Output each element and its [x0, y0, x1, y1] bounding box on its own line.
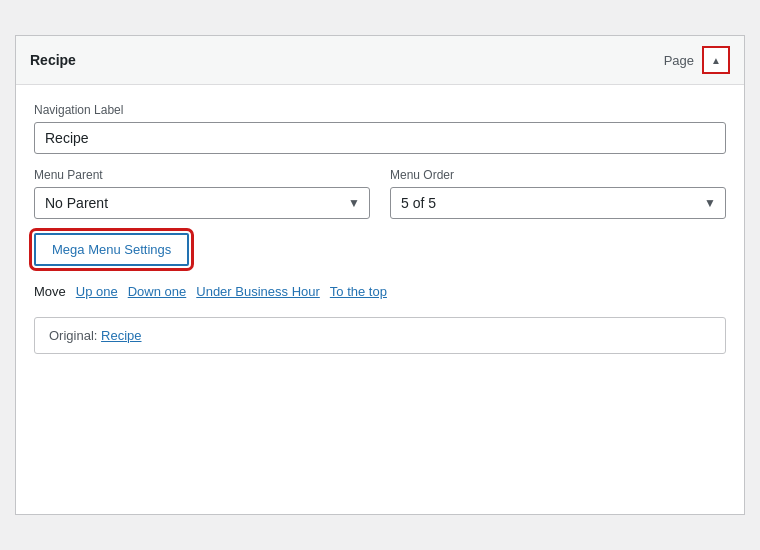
- nav-label-group: Navigation Label: [34, 103, 726, 154]
- panel-title: Recipe: [30, 52, 76, 68]
- mega-menu-settings-button[interactable]: Mega Menu Settings: [34, 233, 189, 266]
- panel-header-right: Page ▲: [664, 46, 730, 74]
- nav-label-field-label: Navigation Label: [34, 103, 726, 117]
- move-under-business-hour-link[interactable]: Under Business Hour: [196, 284, 320, 299]
- toggle-button[interactable]: ▲: [702, 46, 730, 74]
- menu-parent-col: Menu Parent No Parent Home About Service…: [34, 168, 370, 219]
- toggle-icon: ▲: [711, 55, 721, 66]
- menu-order-label: Menu Order: [390, 168, 726, 182]
- original-label: Original:: [49, 328, 97, 343]
- move-up-one-link[interactable]: Up one: [76, 284, 118, 299]
- menu-parent-select[interactable]: No Parent Home About Services Contact: [34, 187, 370, 219]
- menu-order-col: Menu Order 1 of 5 2 of 5 3 of 5 4 of 5 5…: [390, 168, 726, 219]
- menu-order-select[interactable]: 1 of 5 2 of 5 3 of 5 4 of 5 5 of 5: [390, 187, 726, 219]
- move-down-one-link[interactable]: Down one: [128, 284, 187, 299]
- move-to-the-top-link[interactable]: To the top: [330, 284, 387, 299]
- original-link[interactable]: Recipe: [101, 328, 141, 343]
- original-box: Original: Recipe: [34, 317, 726, 354]
- parent-order-row: Menu Parent No Parent Home About Service…: [34, 168, 726, 219]
- nav-label-input[interactable]: [34, 122, 726, 154]
- panel-header: Recipe Page ▲: [16, 36, 744, 85]
- menu-item-panel: Recipe Page ▲ Navigation Label Menu Pare…: [15, 35, 745, 515]
- page-label: Page: [664, 53, 694, 68]
- move-row: Move Up one Down one Under Business Hour…: [34, 284, 726, 299]
- mega-menu-button-label: Mega Menu Settings: [52, 242, 171, 257]
- menu-parent-select-wrapper: No Parent Home About Services Contact ▼: [34, 187, 370, 219]
- panel-body: Navigation Label Menu Parent No Parent H…: [16, 85, 744, 374]
- move-label: Move: [34, 284, 66, 299]
- menu-parent-label: Menu Parent: [34, 168, 370, 182]
- menu-order-select-wrapper: 1 of 5 2 of 5 3 of 5 4 of 5 5 of 5 ▼: [390, 187, 726, 219]
